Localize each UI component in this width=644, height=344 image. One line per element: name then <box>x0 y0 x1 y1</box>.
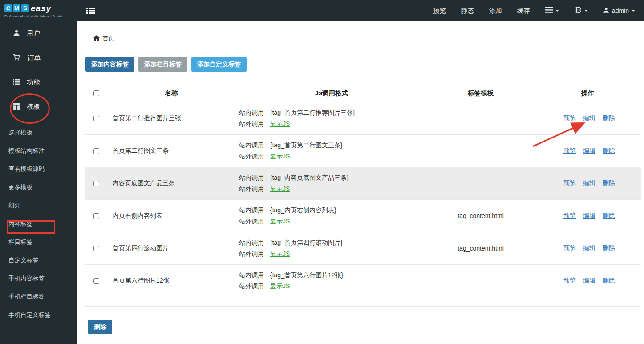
delete-link[interactable]: 删除 <box>603 244 615 252</box>
table-row: 内页右侧内容列表 站内调用：{tag_内页右侧内容列表} 站外调用：显示JS t… <box>85 200 641 232</box>
table-row: 首页第二行图文三条 站内调用：{tag_首页第二行图文三条} 站外调用：显示JS… <box>85 135 641 167</box>
row-operations: 预览 编辑 删除 <box>534 114 641 122</box>
preview-link[interactable]: 预览 <box>563 244 576 252</box>
delete-link[interactable]: 删除 <box>603 212 615 220</box>
internal-call-label: 站内调用： <box>239 206 270 214</box>
external-call-label: 站外调用： <box>239 218 270 226</box>
js-call-cell: 站内调用：{tag_首页第六行图片12张} 站外调用：显示JS <box>236 271 427 291</box>
sidebar-item-content-tags[interactable]: 内容标签 <box>0 214 77 233</box>
add-content-tag-button[interactable]: 添加内容标签 <box>85 57 134 72</box>
sidebar-item-order[interactable]: 订单 <box>0 46 77 70</box>
sidebar-item-label: 订单 <box>27 54 41 62</box>
edit-link[interactable]: 编辑 <box>583 179 595 187</box>
row-operations: 预览 编辑 删除 <box>534 147 641 155</box>
sidebar-toggle-icon[interactable] <box>86 7 95 14</box>
home-icon <box>93 35 100 43</box>
main-content: 首页 添加内容标签 添加栏目标签 添加自定义标签 名称 Js调用格式 标签模板 … <box>77 21 644 344</box>
sidebar-item-slides[interactable]: 幻灯 <box>0 196 77 214</box>
external-call-label: 站外调用： <box>239 283 270 291</box>
show-js-link[interactable]: 显示JS <box>270 120 290 128</box>
row-checkbox[interactable] <box>93 246 99 251</box>
user-icon <box>603 7 609 15</box>
sidebar-item-mobile-content-tags[interactable]: 手机内容标签 <box>0 269 77 287</box>
sidebar-item-template[interactable]: 模板 <box>0 95 77 119</box>
row-checkbox[interactable] <box>93 148 99 154</box>
tag-name: 首页第二行图文三条 <box>107 147 236 155</box>
delete-link[interactable]: 删除 <box>603 179 615 187</box>
sidebar-item-label: 模板 <box>27 103 40 111</box>
row-checkbox[interactable] <box>93 278 99 284</box>
row-checkbox[interactable] <box>93 181 99 186</box>
tag-name: 内页右侧内容列表 <box>107 212 236 220</box>
preview-link[interactable]: 预览 <box>563 277 576 285</box>
toolbar: 添加内容标签 添加栏目标签 添加自定义标签 <box>85 57 247 72</box>
edit-link[interactable]: 编辑 <box>583 244 595 252</box>
tag-name: 首页第六行图片12张 <box>107 277 236 285</box>
table-footer-border <box>85 297 641 307</box>
sidebar-item-view-template-source[interactable]: 查看模板源码 <box>0 160 77 178</box>
submenu-label: 栏目标签 <box>8 238 32 246</box>
table-row: 首页第二行推荐图片三张 站内调用：{tag_首页第二行推荐图片三张} 站外调用：… <box>85 102 641 135</box>
header-tag-template: 标签模板 <box>427 89 534 97</box>
preview-link[interactable]: 预览 <box>563 179 576 187</box>
row-checkbox[interactable] <box>93 213 99 219</box>
sidebar-item-mobile-custom-tags[interactable]: 手机自定义标签 <box>0 306 77 324</box>
list-icon <box>13 79 20 86</box>
sidebar-item-template-structure[interactable]: 模板结构标注 <box>0 142 77 160</box>
external-call-label: 站外调用： <box>239 185 270 193</box>
sidebar-item-function[interactable]: 功能 <box>0 70 77 95</box>
footer-bar: 删除 <box>88 320 112 334</box>
tag-name: 首页第二行推荐图片三张 <box>107 114 236 122</box>
show-js-link[interactable]: 显示JS <box>270 218 290 226</box>
show-js-link[interactable]: 显示JS <box>270 185 290 193</box>
topnav-add[interactable]: 添加 <box>489 7 502 15</box>
show-js-link[interactable]: 显示JS <box>270 250 290 258</box>
preview-link[interactable]: 预览 <box>563 212 576 220</box>
logo-letter-m: M <box>13 4 20 12</box>
admin-dropdown[interactable]: admin <box>603 7 635 15</box>
preview-link[interactable]: 预览 <box>563 147 576 155</box>
row-checkbox[interactable] <box>93 116 99 121</box>
js-call-cell: 站内调用：{tag_内页右侧内容列表} 站外调用：显示JS <box>236 206 427 226</box>
internal-call-tag: {tag_内页右侧内容列表} <box>270 206 336 214</box>
topnav-static[interactable]: 静态 <box>461 7 474 15</box>
show-js-link[interactable]: 显示JS <box>270 283 290 291</box>
internal-call-tag: {tag_首页第二行图文三条} <box>270 142 343 150</box>
header-js-format: Js调用格式 <box>236 89 427 97</box>
edit-link[interactable]: 编辑 <box>583 114 595 122</box>
sidebar-submenu: 选择模板 模板结构标注 查看模板源码 更多模板 幻灯 内容标签 栏目标签 自定义… <box>0 119 77 324</box>
edit-link[interactable]: 编辑 <box>583 147 595 155</box>
edit-link[interactable]: 编辑 <box>583 212 595 220</box>
js-call-cell: 站内调用：{tag_首页第二行图文三条} 站外调用：显示JS <box>236 142 427 161</box>
breadcrumb-home[interactable]: 首页 <box>102 35 114 43</box>
topnav-preview[interactable]: 预览 <box>433 7 446 15</box>
menu-dropdown[interactable] <box>545 7 559 14</box>
sidebar-item-column-tags[interactable]: 栏目标签 <box>0 233 77 251</box>
sidebar-item-mobile-column-tags[interactable]: 手机栏目标签 <box>0 287 77 306</box>
language-dropdown[interactable] <box>574 6 588 15</box>
add-custom-tag-button[interactable]: 添加自定义标签 <box>191 57 247 72</box>
js-call-cell: 站内调用：{tag_首页第四行滚动图片} 站外调用：显示JS <box>236 239 427 258</box>
delete-link[interactable]: 删除 <box>603 147 615 155</box>
bulk-delete-button[interactable]: 删除 <box>88 320 112 334</box>
table-row: 内容页底图文产品三条 站内调用：{tag_内容页底图文产品三条} 站外调用：显示… <box>85 167 641 200</box>
topnav-cache[interactable]: 缓存 <box>517 7 530 15</box>
external-call-label: 站外调用： <box>239 120 270 128</box>
sidebar-item-user[interactable]: 用户 <box>0 21 77 46</box>
add-column-tag-button[interactable]: 添加栏目标签 <box>138 57 187 72</box>
preview-link[interactable]: 预览 <box>563 114 576 122</box>
chevron-down-icon <box>584 10 588 12</box>
select-all-checkbox[interactable] <box>93 90 99 96</box>
internal-call-label: 站内调用： <box>239 174 270 182</box>
sidebar-item-custom-tags[interactable]: 自定义标签 <box>0 251 77 269</box>
table-header: 名称 Js调用格式 标签模板 操作 <box>85 85 641 102</box>
delete-link[interactable]: 删除 <box>603 114 615 122</box>
tag-name: 首页第四行滚动图片 <box>107 244 236 252</box>
sidebar-item-choose-template[interactable]: 选择模板 <box>0 123 77 142</box>
delete-link[interactable]: 删除 <box>603 277 615 285</box>
sidebar-item-more-templates[interactable]: 更多模板 <box>0 178 77 196</box>
js-call-cell: 站内调用：{tag_内容页底图文产品三条} 站外调用：显示JS <box>236 174 427 193</box>
edit-link[interactable]: 编辑 <box>583 277 595 285</box>
show-js-link[interactable]: 显示JS <box>270 153 290 161</box>
cmseasy-logo: C M S easy Professional and stable Inter… <box>0 0 77 21</box>
